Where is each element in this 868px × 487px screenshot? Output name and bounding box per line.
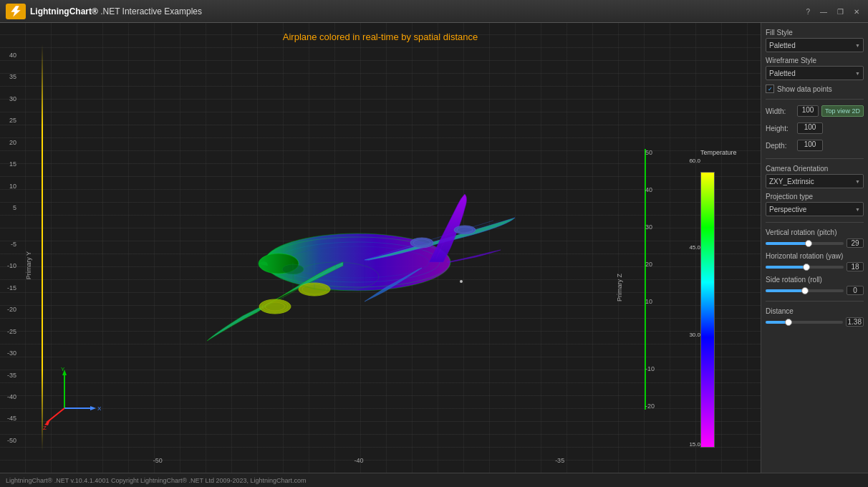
app-title: LightningChart® .NET Interactive Example… [30,6,202,16]
show-data-points-label: Show data points [777,85,832,93]
temp-mid1-label: 45.0 [689,244,700,251]
projection-type-section: Projection type Perspective [766,193,864,216]
vertical-rotation-fill [766,242,809,245]
svg-text:Z: Z [43,425,47,430]
distance-slider-container: 1.38 [766,317,864,327]
divider-3 [766,222,864,223]
distance-value: 1.38 [846,317,864,327]
side-rotation-value: 0 [847,286,864,295]
vertical-rotation-section: Vertical rotation (pitch) 29 [766,228,864,248]
airplane-container [150,112,565,384]
camera-orientation-dropdown[interactable]: ZXY_Extrinsic [766,174,864,188]
airplane-svg [150,112,565,384]
depth-label: Depth: [766,142,794,150]
y-axis-labels: 40 35 30 25 20 15 10 5 -5 -10 -15 -20 -2… [7,52,16,444]
show-data-points-checkbox[interactable]: ✓ [766,85,774,93]
fill-style-section: Fill Style Paletted [766,29,864,52]
horizontal-rotation-label: Horizontal rotation (yaw) [766,252,864,260]
distance-label: Distance [766,307,864,315]
projection-type-dropdown[interactable]: Perspective [766,202,864,216]
camera-orientation-label: Camera Orientation [766,165,864,173]
main-layout: Airplane colored in real-time by spatial… [0,23,868,473]
height-row: Height: 100 [766,122,864,134]
side-rotation-label: Side rotation (roll) [766,276,864,284]
horizontal-rotation-thumb[interactable] [803,264,810,271]
side-rotation-slider-container: 0 [766,286,864,295]
close-button[interactable]: ✕ [851,6,862,16]
side-rotation-track[interactable] [766,289,844,292]
wireframe-style-section: Wireframe Style Paletted [766,57,864,80]
temp-gradient-bar [700,172,715,448]
right-panel: Fill Style Paletted Wireframe Style Pale… [761,23,868,473]
projection-type-label: Projection type [766,193,864,201]
svg-point-17 [259,299,291,314]
chart-title: Airplane colored in real-time by spatial… [283,32,478,42]
statusbar: LightningChart® .NET v.10.4.1.4001 Copyr… [0,473,868,487]
app-logo [6,4,26,19]
vertical-rotation-label: Vertical rotation (pitch) [766,228,864,236]
horizontal-rotation-track[interactable] [766,266,844,269]
divider-1 [766,99,864,100]
distance-thumb[interactable] [785,319,792,326]
distance-track[interactable] [766,321,843,324]
help-button[interactable]: ? [803,6,813,16]
horizontal-rotation-section: Horizontal rotation (yaw) 18 [766,252,864,271]
width-label: Width: [766,107,794,115]
side-rotation-section: Side rotation (roll) 0 [766,276,864,295]
show-data-points-row[interactable]: ✓ Show data points [766,85,864,93]
svg-marker-0 [11,6,21,17]
side-rotation-thumb[interactable] [801,287,809,294]
depth-input[interactable]: 100 [797,140,823,151]
vertical-rotation-track[interactable] [766,242,844,245]
horizontal-rotation-value: 18 [847,262,864,271]
svg-marker-39 [90,406,96,410]
fill-style-dropdown[interactable]: Paletted [766,38,864,52]
width-row: Width: 100 Top view 2D [766,105,864,117]
temperature-legend: Temperature 60.0 45.0 30.0 15.0 [700,149,718,450]
temp-max-label: 60.0 [689,158,700,164]
temp-min-label: 15.0 [689,441,700,448]
wireframe-style-dropdown[interactable]: Paletted [766,66,864,80]
width-input[interactable]: 100 [797,105,819,117]
fill-style-label: Fill Style [766,29,864,37]
svg-line-40 [47,408,64,423]
vertical-rotation-slider-container: 29 [766,238,864,248]
z-axis-labels: 50 40 30 20 10 -10 -20 [645,149,655,410]
depth-row: Depth: 100 [766,140,864,151]
temp-mid2-label: 30.0 [689,332,700,338]
window-controls[interactable]: ? — ❐ ✕ [803,6,862,16]
horizontal-rotation-slider-container: 18 [766,262,864,271]
divider-4 [766,301,864,302]
wireframe-style-label: Wireframe Style [766,57,864,64]
vertical-rotation-thumb[interactable] [805,240,812,247]
z-axis-title: Primary Z [616,274,623,302]
height-label: Height: [766,125,794,132]
coordinate-axes: Y X Z [43,365,107,430]
vertical-rotation-value: 29 [847,238,864,248]
y-axis-title: Primary Y [25,251,32,279]
horizontal-rotation-fill [766,266,806,269]
camera-orientation-section: Camera Orientation ZXY_Extrinsic [766,165,864,188]
side-rotation-fill [766,289,805,292]
titlebar: LightningChart® .NET Interactive Example… [0,0,868,23]
distance-section: Distance 1.38 [766,307,864,327]
chart-area[interactable]: Airplane colored in real-time by spatial… [0,23,761,473]
top-view-button[interactable]: Top view 2D [821,105,864,117]
svg-text:Y: Y [61,366,65,372]
statusbar-text: LightningChart® .NET v.10.4.1.4001 Copyr… [6,477,307,484]
height-input[interactable]: 100 [797,122,823,134]
maximize-button[interactable]: ❐ [834,6,847,16]
svg-text:X: X [97,405,102,412]
temp-legend-title: Temperature [700,149,718,156]
minimize-button[interactable]: — [817,6,830,16]
x-axis-labels: -50 -40 -35 [57,457,660,464]
divider-2 [766,158,864,159]
